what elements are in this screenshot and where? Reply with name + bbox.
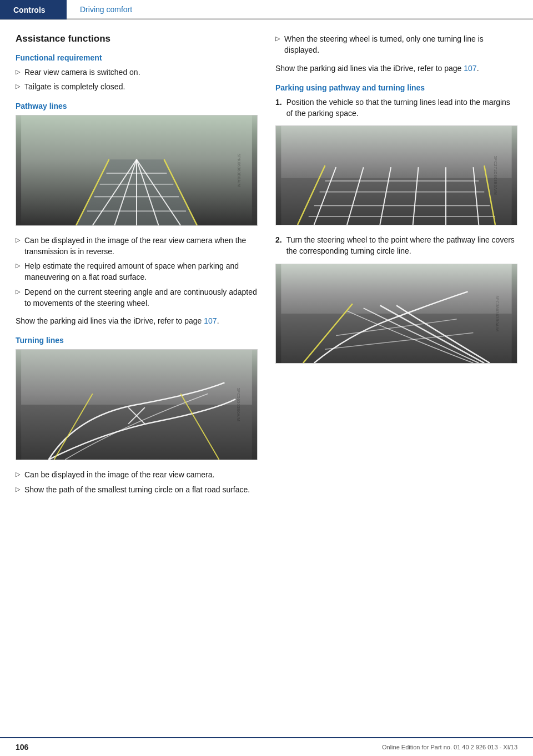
parking-steps-list: 1. Position the vehicle so that the turn…: [275, 97, 517, 119]
turning-image-watermark: 5PC56363B0A/M: [237, 388, 240, 422]
right-bullet-list: ▷ When the steering wheel is turned, onl…: [275, 33, 517, 56]
list-item: ▷ Can be displayed in the image of the r…: [16, 469, 258, 480]
pathway-bullet-list: ▷ Can be displayed in the image of the r…: [16, 235, 258, 309]
list-item: ▷ When the steering wheel is turned, onl…: [275, 33, 517, 56]
parking-image-1: 5PC271D363B0A/M: [275, 125, 517, 225]
right-image1-watermark: 5PC271D363B0A/M: [494, 156, 497, 195]
edition-text: Online Edition for Part no. 01 40 2 926 …: [382, 744, 517, 750]
list-item: ▷ Show the path of the smallest turning …: [16, 484, 258, 495]
image-watermark: 5PK06363B0A/M: [237, 153, 240, 187]
list-item: ▷ Depend on the current steering angle a…: [16, 286, 258, 309]
list-item: 1. Position the vehicle so that the turn…: [275, 97, 517, 119]
list-item: ▷ Tailgate is completely closed.: [16, 81, 258, 92]
page-title: Assistance functions: [16, 33, 258, 44]
bullet-arrow-icon: ▷: [16, 82, 20, 91]
bullet-arrow-icon: ▷: [16, 470, 20, 479]
list-item: 2. Turn the steering wheel to the point …: [275, 234, 517, 257]
page-header: Controls Driving comfort: [0, 0, 533, 20]
parking-ref-link[interactable]: 107: [464, 64, 476, 73]
right-column: ▷ When the steering wheel is turned, onl…: [275, 33, 517, 502]
step-number-2: 2.: [275, 234, 282, 245]
pathway-ref-link[interactable]: 107: [204, 316, 217, 325]
bullet-arrow-icon: ▷: [16, 288, 20, 296]
main-content: Assistance functions Functional requirem…: [0, 20, 533, 515]
parking-heading: Parking using pathway and turning lines: [275, 83, 517, 92]
parking-image-2: 5PC380363B0A/M: [275, 264, 517, 364]
pathway-lines-heading: Pathway lines: [16, 102, 258, 110]
bullet-arrow-icon: ▷: [16, 261, 20, 270]
right-image2-watermark: 5PC380363B0A/M: [495, 295, 499, 331]
page-number: 106: [16, 743, 28, 752]
list-item: ▷ Rear view camera is switched on.: [16, 67, 258, 78]
list-item: ▷ Can be displayed in the image of the r…: [16, 235, 258, 258]
parking-steps-list-2: 2. Turn the steering wheel to the point …: [275, 234, 517, 257]
pathway-ref-text: Show the parking aid lines via the iDriv…: [16, 315, 258, 327]
tab-driving[interactable]: Driving comfort: [67, 0, 533, 19]
step-number-1: 1.: [275, 97, 282, 108]
bullet-arrow-icon: ▷: [16, 236, 20, 245]
pathway-lines-image: 5PK06363B0A/M: [16, 115, 258, 226]
bullet-arrow-icon: ▷: [16, 485, 20, 494]
left-column: Assistance functions Functional requirem…: [16, 33, 258, 502]
turning-bullet-list: ▷ Can be displayed in the image of the r…: [16, 469, 258, 495]
page-footer: 106 Online Edition for Part no. 01 40 2 …: [0, 737, 533, 756]
svg-rect-14: [21, 405, 252, 460]
tab-controls[interactable]: Controls: [0, 0, 67, 19]
turning-lines-image: 5PC56363B0A/M: [16, 349, 258, 460]
bullet-arrow-icon: ▷: [275, 34, 280, 43]
functional-req-heading: Functional requirement: [16, 53, 258, 62]
list-item: ▷ Help estimate the required amount of s…: [16, 260, 258, 283]
bullet-arrow-icon: ▷: [16, 68, 20, 77]
functional-bullet-list: ▷ Rear view camera is switched on. ▷ Tai…: [16, 67, 258, 93]
turning-lines-heading: Turning lines: [16, 336, 258, 345]
parking-ref-text: Show the parking aid lines via the iDriv…: [275, 63, 517, 74]
